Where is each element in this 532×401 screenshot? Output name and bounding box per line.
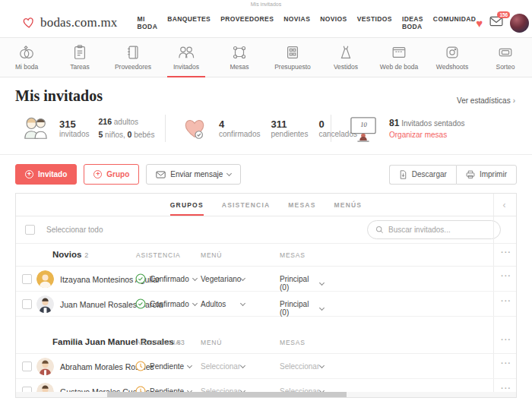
tab-menus[interactable]: MENÚS (334, 194, 363, 216)
view-stats-link[interactable]: Ver estadísticas› (457, 96, 515, 105)
add-group-button[interactable]: + Grupo (84, 164, 139, 185)
row-options-button[interactable]: ··· (496, 358, 516, 368)
group-familia: Familia Juan Manuel Rosales83 ASISTENCIA… (16, 331, 516, 398)
export-button-group: Descargar Imprimir (389, 165, 517, 185)
scrollbar-thumb[interactable] (107, 392, 347, 397)
budget-icon (283, 44, 302, 61)
nav-proveedores[interactable]: PROVEEDORES (220, 15, 274, 30)
group-options-button[interactable]: ··· (496, 335, 516, 344)
table-dropdown[interactable]: Principal (0) (280, 275, 324, 292)
plus-icon: + (25, 170, 33, 178)
seating-table-icon: 10 (348, 115, 378, 142)
babies-count: 0 (128, 130, 132, 139)
tables-icon (230, 44, 249, 61)
menu-dropdown[interactable]: Seleccionar (201, 362, 245, 371)
nav-mi-boda[interactable]: MI BODA (138, 15, 158, 30)
heart-check-icon (181, 115, 208, 141)
seated-count: 81 (389, 118, 399, 128)
tab-asistencia[interactable]: ASISTENCIA (222, 194, 270, 216)
row-checkbox[interactable] (22, 274, 32, 284)
download-button[interactable]: Descargar (389, 165, 456, 185)
tool-wedshoots[interactable]: Wedshoots (426, 38, 479, 77)
row-options-button[interactable]: ··· (496, 271, 516, 280)
check-circle-icon (135, 273, 146, 284)
menu-dropdown[interactable]: Vegetariano (201, 275, 245, 283)
row-options-button[interactable]: ··· (496, 296, 516, 305)
chevron-down-icon (240, 363, 245, 368)
page-title: Mis invitados (15, 87, 103, 105)
search-box[interactable] (367, 220, 501, 239)
tab-mesas[interactable]: MESAS (288, 194, 315, 216)
stats-bar: 315 invitados 216 adultos 5 niños, 0 beb… (0, 115, 532, 155)
nav-novios[interactable]: NOVIOS (320, 15, 347, 30)
site-header: bodas.com.mx MI BODA BANQUETES PROVEEDOR… (0, 8, 532, 37)
table-dropdown[interactable]: Seleccionar (280, 362, 324, 371)
group-options-button[interactable]: ··· (496, 248, 516, 257)
svg-text:10: 10 (360, 121, 367, 128)
tool-mi-boda[interactable]: Mi boda (0, 38, 53, 77)
check-circle-icon (135, 298, 146, 309)
nav-novias[interactable]: NOVIAS (283, 15, 310, 30)
chevron-down-icon (319, 279, 325, 285)
header-right: ♥ 156 (476, 14, 532, 33)
row-checkbox[interactable] (22, 299, 32, 309)
row-checkbox[interactable] (22, 362, 32, 371)
tool-mesas[interactable]: Mesas (213, 38, 266, 77)
logo[interactable]: bodas.com.mx (21, 15, 118, 30)
column-menu: MENÚ (201, 251, 222, 259)
send-message-button[interactable]: Enviar mensaje (146, 164, 241, 185)
horizontal-scrollbar[interactable] (16, 392, 516, 397)
menu-dropdown[interactable]: Adultos (201, 300, 245, 308)
stat-guests: 315 invitados 216 adultos 5 niños, 0 beb… (0, 115, 165, 141)
organize-tables-link[interactable]: Organizar mesas (389, 131, 465, 139)
guest-avatar (36, 295, 54, 313)
guests-icon (176, 44, 196, 61)
guests-total: 315 (59, 118, 89, 130)
search-input[interactable] (388, 226, 487, 234)
download-icon (399, 170, 407, 179)
chevron-down-icon (192, 300, 198, 305)
website-icon (390, 44, 408, 61)
tool-proveedores[interactable]: Proveedores (106, 38, 160, 77)
nav-comunidad[interactable]: COMUNIDAD (433, 15, 476, 30)
tool-tareas[interactable]: Tareas (53, 38, 106, 77)
add-guest-button[interactable]: + Invitado (15, 164, 77, 185)
nav-vestidos[interactable]: VESTIDOS (357, 15, 392, 30)
attendance-dropdown[interactable]: Pendiente (135, 361, 192, 371)
search-icon (375, 226, 384, 234)
group-header: Familia Juan Manuel Rosales83 ASISTENCIA… (16, 331, 516, 354)
guest-row: Juan Manuel Rosales García Confirmado Ad… (16, 292, 516, 317)
print-button[interactable]: Imprimir (456, 165, 517, 185)
guest-row: Itzayana Montesinos Aguilar Confirmado V… (16, 267, 516, 292)
nav-ideas-boda[interactable]: IDEAS BODA (402, 15, 423, 30)
select-all-row: Seleccionar todo (16, 216, 516, 244)
guest-row: Abraham Morales Rosales Pendiente Selecc… (16, 354, 516, 379)
user-avatar[interactable] (510, 14, 529, 33)
couple-icon (21, 115, 50, 141)
mail-icon (156, 171, 166, 178)
attendance-dropdown[interactable]: Confirmado (135, 298, 197, 309)
select-all-checkbox[interactable] (25, 225, 35, 235)
table-dropdown[interactable]: Principal (0) (280, 300, 324, 317)
camera-icon (443, 44, 461, 61)
tab-grupos[interactable]: GRUPOS (170, 194, 204, 216)
tool-sorteo[interactable]: Sorteo (479, 38, 532, 77)
rings-icon (17, 44, 36, 61)
tool-web-de-boda[interactable]: Web de boda (372, 38, 426, 77)
nav-banquetes[interactable]: BANQUETES (167, 15, 211, 30)
app-toolbar: Mi boda Tareas Proveedores Invitados Mes… (0, 37, 532, 77)
tool-vestidos[interactable]: Vestidos (319, 38, 372, 77)
tool-presupuesto[interactable]: Presupuesto (266, 38, 319, 77)
pending-count: 311 (271, 118, 308, 130)
favorites-heart-icon[interactable]: ♥ (476, 17, 483, 29)
chevron-down-icon (240, 301, 245, 306)
attendance-dropdown[interactable]: Confirmado (135, 273, 197, 284)
guest-table: GRUPOS ASISTENCIA MESAS MENÚS ‹ Seleccio… (15, 193, 517, 398)
stat-rsvp: 4 confirmados 311 pendientes 0 cancelado… (165, 115, 331, 142)
column-attendance: ASISTENCIA (136, 339, 181, 346)
heart-logo-icon (21, 16, 36, 30)
messages-button[interactable]: 156 (489, 16, 503, 30)
collapse-panel-button[interactable]: ‹ (492, 194, 516, 216)
dress-icon (337, 44, 355, 61)
tool-invitados[interactable]: Invitados (160, 38, 213, 77)
